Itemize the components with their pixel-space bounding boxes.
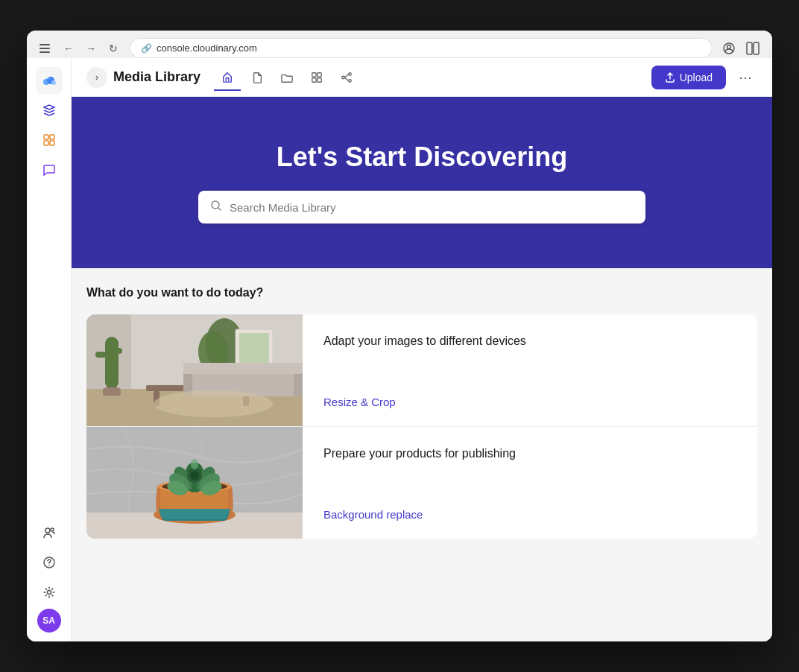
feature-card-background-replace: Prepare your products for publishing Bac… [86,427,757,539]
sidebar-item-product[interactable] [36,127,63,153]
svg-point-9 [51,80,56,85]
content-section: What do you want to do today? [72,268,772,557]
svg-rect-0 [40,44,50,45]
card-description-resize-crop: Adapt your images to different devices [323,332,736,350]
card-image-succulent [86,427,303,539]
sidebar-item-settings[interactable] [36,579,63,606]
browser-nav-buttons: ← → ↻ [60,39,122,57]
main-nav: › Media Library [72,58,772,97]
card-description-background-replace: Prepare your products for publishing [323,445,736,463]
card-image-living-room [86,314,303,426]
lock-icon: 🔗 [141,43,152,54]
svg-point-48 [154,390,273,417]
search-icon [210,200,222,215]
svg-rect-11 [50,135,54,139]
svg-point-63 [190,471,199,480]
section-title: What do you want to do today? [86,286,757,299]
svg-rect-6 [754,42,759,54]
hero-section: Let's Start Discovering [72,97,772,268]
tab-file[interactable] [244,64,271,91]
svg-rect-20 [318,72,321,76]
svg-rect-19 [312,72,316,76]
refresh-button[interactable]: ↻ [104,39,122,57]
nav-tabs [214,64,645,91]
user-avatar[interactable]: SA [37,609,61,633]
svg-rect-47 [183,363,303,374]
sidebar-top [36,67,63,516]
card-content-background-replace: Prepare your products for publishing Bac… [303,427,757,539]
svg-rect-10 [44,135,48,139]
svg-rect-22 [318,77,321,81]
svg-rect-33 [112,348,122,354]
svg-rect-12 [44,141,48,145]
svg-rect-32 [95,352,106,358]
sidebar-bottom: SA [36,519,63,633]
card-list: Adapt your images to different devices R… [86,314,757,539]
browser-right-controls [720,39,762,57]
feature-card-resize-crop: Adapt your images to different devices R… [86,314,757,427]
app-sidebar: SA [27,58,72,641]
sidebar-item-help[interactable] [36,549,63,576]
svg-point-14 [45,528,50,533]
hero-search-bar[interactable] [198,191,645,224]
profile-button[interactable] [720,39,738,57]
app-container: SA › Media Library [27,58,772,641]
page-title: Media Library [113,69,200,85]
avatar-initials: SA [42,615,55,626]
svg-rect-2 [40,51,50,53]
card-link-background-replace[interactable]: Background replace [323,508,736,521]
search-input[interactable] [230,201,634,214]
svg-point-17 [48,565,50,566]
forward-button[interactable]: → [82,39,100,57]
svg-rect-1 [40,48,50,49]
svg-rect-5 [747,42,752,54]
svg-point-4 [727,45,731,48]
url-text: console.cloudinary.com [157,42,257,54]
svg-point-23 [349,72,352,75]
svg-point-18 [47,591,51,595]
browser-chrome: ← → ↻ 🔗 console.cloudinary.com [27,31,772,58]
sidebar-item-users[interactable] [36,519,63,546]
svg-point-24 [349,79,352,82]
nav-toggle-button[interactable]: › [86,67,107,88]
tab-collection[interactable] [303,64,330,91]
nav-right: Upload ⋯ [651,66,757,89]
svg-rect-13 [50,141,54,145]
main-content: Let's Start Discovering What do you w [72,97,772,641]
card-link-resize-crop[interactable]: Resize & Crop [323,396,736,408]
tab-home[interactable] [214,64,241,91]
svg-point-25 [342,76,345,79]
upload-label: Upload [680,72,713,83]
svg-point-64 [191,459,198,469]
browser-window: ← → ↻ 🔗 console.cloudinary.com [27,31,772,641]
hero-title: Let's Start Discovering [277,142,568,173]
tab-folder[interactable] [274,64,300,91]
svg-rect-31 [105,337,119,389]
sidebar-item-chat[interactable] [36,156,63,183]
svg-rect-21 [312,77,316,81]
sidebar-item-layers[interactable] [36,97,63,124]
back-button[interactable]: ← [60,39,78,57]
svg-rect-35 [103,388,121,396]
browser-top-bar: ← → ↻ 🔗 console.cloudinary.com [37,38,762,58]
address-bar[interactable]: 🔗 console.cloudinary.com [130,38,713,58]
svg-point-15 [51,528,54,531]
cloudinary-logo-icon[interactable] [36,67,63,94]
sidebar-toggle-icon[interactable] [37,41,52,56]
card-content-resize-crop: Adapt your images to different devices R… [303,314,757,426]
upload-button[interactable]: Upload [651,66,726,89]
more-options-button[interactable]: ⋯ [733,66,757,89]
split-view-button[interactable] [744,39,762,57]
tab-share[interactable] [333,64,360,91]
